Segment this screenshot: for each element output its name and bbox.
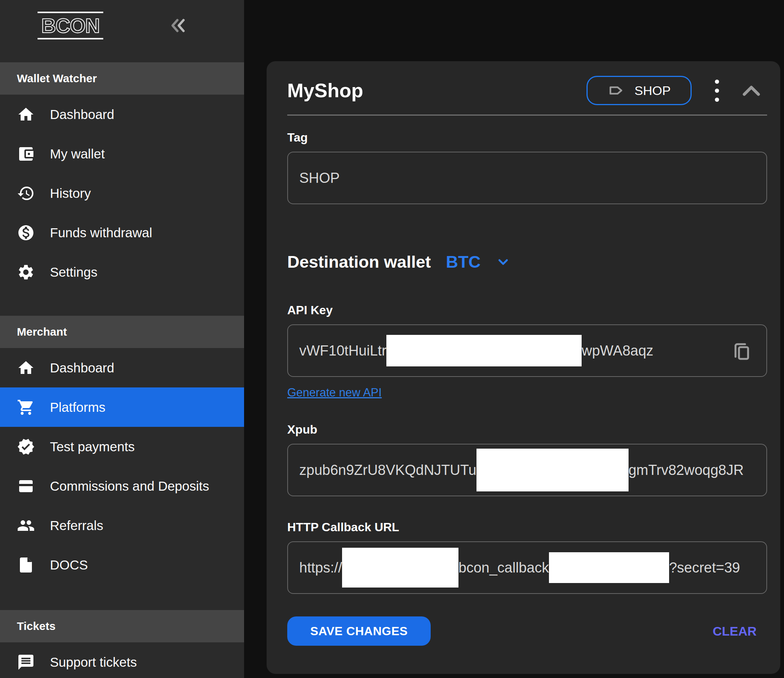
people-icon bbox=[17, 516, 35, 535]
sidebar-item-label: Platforms bbox=[50, 400, 106, 415]
callback-url-end: ?secret=39 bbox=[669, 560, 740, 576]
api-key-value-start: vWF10tHuiLtr bbox=[299, 343, 386, 359]
sidebar-item-label: My wallet bbox=[50, 146, 105, 162]
tag-icon bbox=[608, 82, 625, 99]
api-key-input[interactable]: vWF10tHuiLtrwpWA8aqz bbox=[287, 324, 767, 377]
home-icon bbox=[17, 359, 35, 377]
sidebar: BCON Wallet Watcher Dashboard My wallet bbox=[0, 0, 244, 678]
destination-wallet-title: Destination wallet bbox=[287, 252, 431, 272]
sidebar-section-tickets: Tickets bbox=[0, 610, 244, 642]
kebab-dot bbox=[715, 98, 719, 102]
sidebar-item-platforms[interactable]: Platforms bbox=[0, 387, 244, 427]
sidebar-item-referrals[interactable]: Referrals bbox=[0, 506, 244, 545]
redaction-overlay bbox=[549, 552, 669, 583]
section-title: Wallet Watcher bbox=[17, 72, 97, 85]
sidebar-item-settings[interactable]: Settings bbox=[0, 252, 244, 292]
xpub-value-start: zpub6n9ZrU8VKQdNJTUTu bbox=[299, 462, 476, 478]
sidebar-item-label: Settings bbox=[50, 265, 97, 280]
header-divider bbox=[287, 115, 767, 116]
verified-badge-icon bbox=[17, 438, 35, 456]
api-key-value-end: wpWA8aqz bbox=[582, 343, 653, 359]
tag-input-value: SHOP bbox=[299, 170, 340, 186]
sidebar-item-label: DOCS bbox=[50, 557, 88, 572]
save-changes-button[interactable]: SAVE CHANGES bbox=[287, 616, 431, 646]
sidebar-item-docs[interactable]: DOCS bbox=[0, 545, 244, 585]
sidebar-section-wallet-watcher: Wallet Watcher bbox=[0, 62, 244, 95]
sidebar-item-label: Referrals bbox=[50, 518, 103, 533]
page-title: MyShop bbox=[287, 79, 363, 102]
collapse-card-button[interactable] bbox=[742, 84, 760, 96]
more-options-button[interactable] bbox=[712, 77, 721, 104]
http-callback-url-label: HTTP Callback URL bbox=[287, 519, 767, 535]
main-content: MyShop SHOP bbox=[244, 0, 784, 678]
shop-type-badge[interactable]: SHOP bbox=[586, 76, 692, 105]
app-logo: BCON bbox=[37, 12, 103, 39]
sidebar-item-merchant-dashboard[interactable]: Dashboard bbox=[0, 348, 244, 387]
sidebar-section-merchant: Merchant bbox=[0, 316, 244, 348]
gear-icon bbox=[17, 263, 35, 281]
collapse-sidebar-button[interactable] bbox=[170, 18, 188, 33]
xpub-label: Xpub bbox=[287, 422, 767, 437]
sidebar-item-my-wallet[interactable]: My wallet bbox=[0, 134, 244, 173]
sidebar-item-label: History bbox=[50, 186, 91, 201]
merchant-nav: Dashboard Platforms Test payments Commis… bbox=[0, 348, 244, 585]
currency-selector[interactable]: BTC bbox=[446, 252, 481, 272]
sidebar-item-label: Dashboard bbox=[50, 361, 114, 375]
section-title: Tickets bbox=[17, 620, 56, 633]
wallet-watcher-nav: Dashboard My wallet History Funds withdr… bbox=[0, 95, 244, 292]
copy-icon bbox=[731, 339, 752, 362]
sidebar-item-label: Support tickets bbox=[50, 655, 137, 670]
wallet-icon bbox=[17, 145, 35, 163]
clear-button[interactable]: CLEAR bbox=[712, 624, 757, 639]
section-title: Merchant bbox=[17, 325, 67, 338]
card-icon bbox=[17, 477, 35, 495]
http-callback-url-input[interactable]: https://bcon_callback?secret=39 bbox=[287, 541, 767, 594]
double-chevron-left-icon bbox=[170, 18, 188, 33]
card-header-actions: SHOP bbox=[586, 76, 760, 105]
sidebar-item-dashboard[interactable]: Dashboard bbox=[0, 95, 244, 134]
callback-url-start: https:// bbox=[299, 560, 342, 576]
sidebar-item-label: Funds withdrawal bbox=[50, 225, 152, 240]
api-key-label: API Key bbox=[287, 303, 767, 317]
type-badge-label: SHOP bbox=[635, 83, 670, 98]
callback-url-middle: bcon_callback bbox=[459, 560, 549, 576]
history-icon bbox=[17, 184, 35, 202]
redaction-overlay bbox=[386, 335, 582, 366]
chat-icon bbox=[17, 653, 35, 671]
home-icon bbox=[17, 106, 35, 123]
tag-label: Tag bbox=[287, 130, 767, 145]
cart-icon bbox=[17, 398, 35, 416]
sidebar-logo-row: BCON bbox=[0, 0, 244, 46]
xpub-input[interactable]: zpub6n9ZrU8VKQdNJTUTugmTrv82woqg8JR bbox=[287, 444, 767, 496]
tag-input[interactable]: SHOP bbox=[287, 152, 767, 204]
sidebar-item-label: Test payments bbox=[50, 439, 135, 454]
xpub-value-end: gmTrv82woqg8JR bbox=[628, 462, 744, 478]
currency-dropdown-button[interactable] bbox=[496, 255, 511, 269]
card-header: MyShop SHOP bbox=[287, 61, 767, 115]
kebab-dot bbox=[715, 79, 719, 84]
destination-wallet-row: Destination wallet BTC bbox=[287, 252, 767, 272]
chevron-up-icon bbox=[742, 84, 760, 96]
sidebar-item-support-tickets[interactable]: Support tickets bbox=[0, 642, 244, 678]
kebab-dot bbox=[715, 89, 719, 93]
sidebar-item-history[interactable]: History bbox=[0, 173, 244, 213]
sidebar-item-label: Commissions and Deposits bbox=[50, 479, 209, 494]
redaction-overlay bbox=[342, 548, 459, 588]
tickets-nav: Support tickets bbox=[0, 642, 244, 678]
card-footer: SAVE CHANGES CLEAR bbox=[287, 616, 767, 646]
sidebar-item-label: Dashboard bbox=[50, 107, 114, 122]
generate-new-api-link[interactable]: Generate new API bbox=[287, 386, 382, 400]
file-icon bbox=[17, 556, 35, 574]
redaction-overlay bbox=[476, 449, 628, 491]
platform-settings-card: MyShop SHOP bbox=[267, 61, 780, 674]
chevron-down-icon bbox=[496, 255, 511, 269]
sidebar-item-commissions-deposits[interactable]: Commissions and Deposits bbox=[0, 466, 244, 506]
sidebar-item-test-payments[interactable]: Test payments bbox=[0, 427, 244, 466]
dollar-circle-icon bbox=[17, 224, 35, 242]
sidebar-item-funds-withdrawal[interactable]: Funds withdrawal bbox=[0, 213, 244, 252]
copy-api-key-button[interactable] bbox=[731, 339, 752, 362]
